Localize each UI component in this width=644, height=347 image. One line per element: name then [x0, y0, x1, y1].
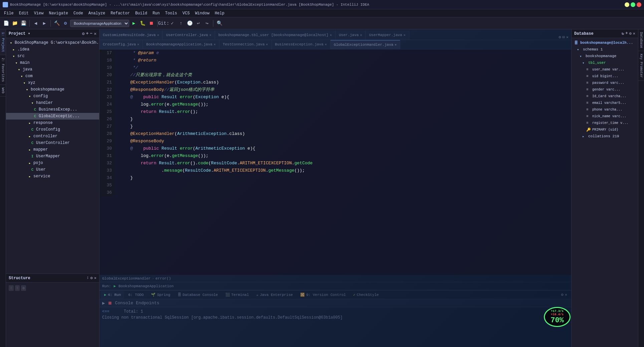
project-tab[interactable]: 1: Project: [0, 29, 6, 55]
menu-file[interactable]: File: [1, 10, 16, 16]
tab-bar-split-icon[interactable]: ⊟: [563, 35, 565, 40]
git-history[interactable]: 🕐: [186, 19, 194, 27]
menu-window[interactable]: Window: [192, 10, 212, 16]
db-schemas[interactable]: ▾ schemas 1: [572, 46, 638, 53]
structure-btn2[interactable]: ↕: [15, 285, 20, 291]
structure-btn[interactable]: ↕: [9, 285, 14, 291]
run-config-select[interactable]: BookshopmanageApplication: [70, 20, 129, 27]
tab-db-table[interactable]: bookshopmanage.tbl_user [bookshopmanage@…: [215, 30, 336, 40]
git-redo[interactable]: ↪: [203, 19, 211, 27]
tab-cros-config[interactable]: CrosConfig.java ✕: [99, 40, 143, 49]
tab-customize-result[interactable]: CustomizeResultCode.java ✕: [99, 30, 163, 40]
db-tbl-user[interactable]: ▾ tbl_user: [572, 59, 638, 66]
tree-usercontroller[interactable]: C UserController: [6, 140, 99, 146]
tab-close-icon[interactable]: ✕: [214, 42, 216, 46]
forward-button[interactable]: ▶: [40, 19, 48, 27]
structure-btn3[interactable]: ⚙: [21, 285, 26, 291]
db-col-gender[interactable]: ≡ gender varc...: [572, 86, 638, 93]
db-side-tab[interactable]: Database: [638, 29, 644, 51]
tree-com[interactable]: ▾ com: [6, 73, 99, 79]
tree-response[interactable]: ▸ response: [6, 120, 99, 126]
git-icon[interactable]: Git:: [160, 19, 168, 27]
tab-version-control[interactable]: 🔀 9: Version Control: [297, 291, 349, 299]
db-refresh-icon[interactable]: ↻: [622, 31, 624, 36]
tree-user[interactable]: C User: [6, 166, 99, 173]
menu-view[interactable]: View: [31, 10, 46, 16]
menu-help[interactable]: Help: [212, 10, 227, 16]
db-col-register-time[interactable]: ≡ register_time v...: [572, 120, 638, 126]
run-button[interactable]: ▶: [130, 19, 138, 27]
tab-close-icon[interactable]: ✕: [209, 33, 211, 37]
menu-tools[interactable]: Tools: [163, 10, 180, 16]
maximize-button[interactable]: □: [631, 2, 635, 7]
tab-user[interactable]: User.java ✕: [336, 30, 366, 40]
git-undo[interactable]: ↩: [194, 19, 202, 27]
db-col-phone[interactable]: ≡ phone varcha...: [572, 106, 638, 113]
project-settings-icon[interactable]: ⚙: [82, 31, 85, 36]
tree-xyz[interactable]: ▾ xyz: [6, 79, 99, 86]
tree-src[interactable]: ▾ src: [6, 53, 99, 59]
tab-close-icon[interactable]: ✕: [157, 33, 159, 37]
tree-controller[interactable]: ▸ controller: [6, 133, 99, 140]
favorites-tab[interactable]: 2: Favorites: [0, 55, 6, 85]
menu-code[interactable]: Code: [71, 10, 86, 16]
console-btn[interactable]: Console: [115, 301, 133, 306]
db-bookshopmanage[interactable]: ▾ bookshopmanage: [572, 53, 638, 59]
key-promoter-tab[interactable]: Key Promoter: [638, 51, 644, 81]
db-collations[interactable]: ▸ collations 219: [572, 133, 638, 140]
menu-vcs[interactable]: VCS: [180, 10, 193, 16]
console-stop-icon[interactable]: ⏹: [108, 301, 112, 306]
git-commit[interactable]: ✓: [168, 19, 176, 27]
tree-main[interactable]: ▾ main: [6, 59, 99, 66]
project-expand-icon[interactable]: +: [86, 31, 89, 36]
project-close-icon[interactable]: ✕: [94, 31, 96, 36]
tree-pojo[interactable]: ▸ pojo: [6, 160, 99, 166]
tab-close-icon[interactable]: ✕: [137, 42, 139, 46]
menu-edit[interactable]: Edit: [16, 10, 31, 16]
tab-test-connection[interactable]: TestConnection.java ✕: [219, 40, 271, 49]
tree-bookshopmanage[interactable]: ▾ bookshopmanage: [6, 86, 99, 93]
open-button[interactable]: 📁: [11, 19, 19, 27]
menu-build[interactable]: Build: [133, 10, 150, 16]
tab-app[interactable]: BookshopmanageApplication.java ✕: [143, 40, 219, 49]
tree-mapper[interactable]: ▸ mapper: [6, 146, 99, 153]
structure-filter-icon[interactable]: ⚙: [90, 276, 93, 281]
db-col-nickname[interactable]: ≡ nick_name varc...: [572, 113, 638, 120]
breadcrumb-handler[interactable]: GlobalExceptionHandler: [102, 277, 151, 281]
db-close-icon[interactable]: ✕: [633, 31, 635, 36]
tab-checkstyle[interactable]: ✓ CheckStyle: [350, 291, 382, 299]
db-col-password[interactable]: ≡ password varc...: [572, 79, 638, 86]
db-col-username[interactable]: ≡ user_name var...: [572, 66, 638, 73]
tab-java-enterprise[interactable]: ☕ Java Enterprise: [253, 291, 296, 299]
breadcrumb-method[interactable]: error(): [156, 277, 171, 281]
db-col-email[interactable]: ≡ email varchar5...: [572, 100, 638, 106]
tab-close-icon[interactable]: ✕: [360, 33, 362, 37]
db-connection[interactable]: 🗄 bookshopmanage@localh...: [572, 39, 638, 46]
tree-globalexception[interactable]: C GlobalExceptic...: [6, 113, 99, 120]
tree-businessexcep[interactable]: C BusinessExcep...: [6, 106, 99, 113]
tab-close-icon[interactable]: ✕: [266, 42, 268, 46]
tree-handler[interactable]: ▾ handler: [6, 100, 99, 106]
tab-terminal[interactable]: ⬛ Terminal: [222, 291, 252, 299]
structure-sort-icon[interactable]: ↕: [86, 276, 89, 281]
tree-config[interactable]: ▾ config: [6, 93, 99, 100]
build-button[interactable]: 🔨: [53, 19, 61, 27]
project-collapse-icon[interactable]: −: [90, 31, 92, 36]
menu-run[interactable]: Run: [150, 10, 163, 16]
save-button[interactable]: 💾: [19, 19, 27, 27]
tree-usermapper[interactable]: I UserMapper: [6, 153, 99, 160]
menu-refactor[interactable]: Refactor: [108, 10, 133, 16]
menu-navigate[interactable]: Navigate: [46, 10, 71, 16]
code-editor[interactable]: 17181920 21222324 25262728 29303132 3334…: [99, 49, 571, 275]
web-tab[interactable]: Web: [0, 85, 6, 97]
db-col-uid[interactable]: ≡ uid bigint...: [572, 73, 638, 79]
debug-button[interactable]: 🐛: [139, 19, 147, 27]
stop-button[interactable]: ⏹: [147, 19, 155, 27]
run-config-button[interactable]: ⚙: [61, 19, 69, 27]
minimize-button[interactable]: —: [625, 2, 629, 7]
search-button[interactable]: 🔍: [215, 19, 223, 27]
tab-run[interactable]: ▶ 4: Run: [101, 291, 124, 299]
menu-analyze[interactable]: Analyze: [86, 10, 108, 16]
git-push[interactable]: ↑: [177, 19, 185, 27]
close-button[interactable]: ✕: [637, 2, 641, 7]
